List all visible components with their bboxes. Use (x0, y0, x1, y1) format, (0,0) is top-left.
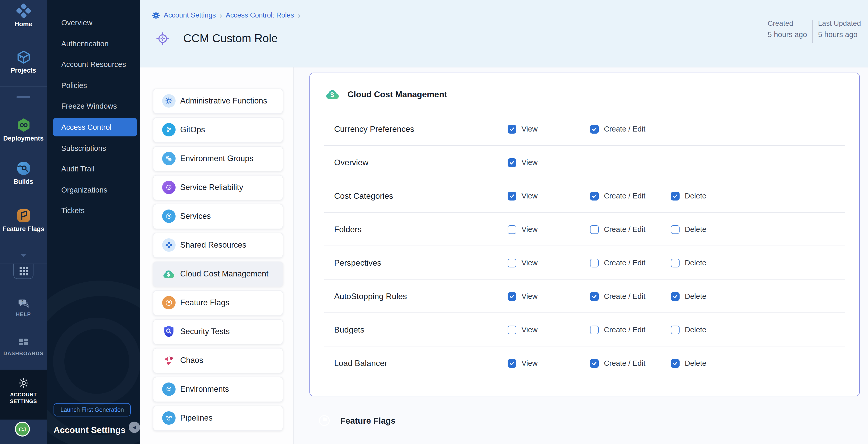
checkbox-checked-icon[interactable] (507, 158, 516, 167)
permission-checkbox-create-edit[interactable]: Create / Edit (590, 225, 645, 234)
checkbox-label: Delete (685, 192, 706, 200)
permission-checkbox-view[interactable]: View (507, 325, 537, 334)
ccm-cloud-icon: $ (162, 267, 176, 281)
sidebar-item-deployments[interactable]: Deployments (0, 117, 47, 142)
settings-nav-item-policies[interactable]: Policies (53, 76, 137, 95)
checkbox-checked-icon[interactable] (590, 125, 599, 133)
permission-row-folders: FoldersViewCreate / EditDelete (310, 213, 859, 246)
permission-checkbox-delete[interactable]: Delete (671, 325, 706, 334)
resource-category-shared-resources[interactable]: Shared Resources (153, 232, 283, 258)
settings-nav-item-authentication[interactable]: Authentication (53, 34, 137, 53)
breadcrumb-account-settings[interactable]: Account Settings (164, 11, 216, 19)
checkbox-label: Create / Edit (604, 225, 645, 233)
permission-checkbox-create-edit[interactable]: Create / Edit (590, 258, 645, 267)
permission-checkbox-delete[interactable]: Delete (671, 292, 706, 300)
settings-nav-item-overview[interactable]: Overview (53, 13, 137, 32)
settings-nav-item-access-control[interactable]: Access Control (53, 118, 137, 136)
permission-checkbox-create-edit[interactable]: Create / Edit (590, 359, 645, 368)
launch-first-generation-button[interactable]: Launch First Generation (54, 403, 131, 416)
permission-row-autostopping-rules: AutoStopping RulesViewCreate / EditDelet… (310, 280, 859, 313)
permission-checkbox-create-edit[interactable]: Create / Edit (590, 125, 645, 133)
checkbox-unchecked-icon[interactable] (671, 225, 680, 234)
settings-nav-item-organizations[interactable]: Organizations (53, 181, 137, 199)
resource-category-pipelines[interactable]: Pipelines (153, 405, 283, 431)
modules-chevron-down[interactable] (0, 251, 47, 260)
permission-checkbox-delete[interactable]: Delete (671, 258, 706, 267)
sidebar-collapse-handle[interactable]: ◀ (129, 422, 140, 433)
breadcrumb-access-control-roles[interactable]: Access Control: Roles (226, 11, 294, 19)
checkbox-checked-icon[interactable] (507, 191, 516, 200)
checkbox-checked-icon[interactable] (507, 359, 516, 368)
permission-checkbox-create-edit[interactable]: Create / Edit (590, 191, 645, 200)
breadcrumb: Account Settings › Access Control: Roles… (152, 11, 300, 20)
avatar[interactable]: CJ (15, 422, 30, 437)
permission-checkbox-delete[interactable]: Delete (671, 359, 706, 368)
checkbox-unchecked-icon[interactable] (590, 225, 599, 234)
settings-nav-item-audit-trail[interactable]: Audit Trail (53, 160, 137, 178)
permissions-section-title: Cloud Cost Management (347, 89, 447, 99)
permission-row-load-balancer: Load BalancerViewCreate / EditDelete (310, 346, 859, 380)
admin-functions-icon (165, 97, 173, 105)
permission-checkbox-create-edit[interactable]: Create / Edit (590, 292, 645, 300)
sidebar-item-home[interactable]: Home (0, 3, 47, 28)
settings-nav-item-account-resources[interactable]: Account Resources (53, 55, 137, 74)
checkbox-unchecked-icon[interactable] (671, 258, 680, 267)
next-section-title: Feature Flags (340, 416, 396, 425)
module-grid-icon (19, 267, 28, 275)
resource-category-gitops[interactable]: GitOps (153, 117, 283, 142)
chevron-down-icon (19, 251, 28, 260)
resource-category-administrative-functions[interactable]: Administrative Functions (153, 88, 283, 114)
checkbox-label: View (522, 259, 537, 267)
resource-category-feature-flags[interactable]: Feature Flags (153, 290, 283, 315)
resource-category-label: Services (180, 212, 211, 221)
resource-category-chaos[interactable]: Chaos (153, 348, 283, 373)
permission-checkbox-delete[interactable]: Delete (671, 191, 706, 200)
resource-category-environments[interactable]: Environments (153, 377, 283, 402)
permission-checkbox-delete[interactable]: Delete (671, 225, 706, 234)
permission-checkbox-view[interactable]: View (507, 359, 537, 368)
permission-checkbox-view[interactable]: View (507, 125, 537, 133)
checkbox-unchecked-icon[interactable] (671, 325, 680, 334)
permission-checkbox-view[interactable]: View (507, 158, 537, 167)
resource-category-service-reliability[interactable]: Service Reliability (153, 175, 283, 200)
checkbox-checked-icon[interactable] (590, 359, 599, 368)
pipelines-icon (162, 411, 176, 425)
sidebar-item-help[interactable]: ?HELP (0, 297, 47, 317)
permission-checkbox-view[interactable]: View (507, 292, 537, 300)
checkbox-checked-icon[interactable] (671, 292, 680, 300)
sidebar-item-account-settings[interactable]: ACCOUNT SETTINGS (0, 370, 47, 419)
permission-checkbox-view[interactable]: View (507, 258, 537, 267)
security-tests-icon (162, 325, 176, 338)
checkbox-unchecked-icon[interactable] (507, 325, 516, 334)
checkbox-checked-icon[interactable] (590, 191, 599, 200)
permission-checkbox-create-edit[interactable]: Create / Edit (590, 325, 645, 334)
checkbox-unchecked-icon[interactable] (507, 258, 516, 267)
checkbox-checked-icon[interactable] (507, 125, 516, 133)
resource-category-security-tests[interactable]: Security Tests (153, 319, 283, 344)
projects-icon (16, 50, 31, 65)
resource-category-cloud-cost-management[interactable]: $Cloud Cost Management (153, 261, 283, 286)
permission-checkbox-view[interactable]: View (507, 225, 537, 234)
svg-text:$: $ (167, 271, 170, 278)
checkbox-checked-icon[interactable] (671, 191, 680, 200)
module-grid-button[interactable] (13, 263, 33, 279)
checkbox-checked-icon[interactable] (590, 292, 599, 300)
feature-flags-circle-icon (165, 298, 173, 307)
checkbox-unchecked-icon[interactable] (590, 325, 599, 334)
checkbox-checked-icon[interactable] (671, 359, 680, 368)
settings-nav-item-subscriptions[interactable]: Subscriptions (53, 139, 137, 157)
settings-nav-item-freeze-windows[interactable]: Freeze Windows (53, 97, 137, 116)
sidebar-item-builds[interactable]: Builds (0, 161, 47, 185)
settings-nav-item-tickets[interactable]: Tickets (53, 201, 137, 220)
sidebar-item-dashboards[interactable]: DASHBOARDS (0, 337, 47, 356)
checkbox-unchecked-icon[interactable] (507, 225, 516, 234)
checkbox-checked-icon[interactable] (507, 292, 516, 300)
sidebar-item-feature-flags[interactable]: Feature Flags (0, 208, 47, 233)
sidebar-item-label: Builds (13, 178, 33, 185)
sidebar-item-projects[interactable]: Projects (0, 50, 47, 74)
permission-checkbox-view[interactable]: View (507, 191, 537, 200)
checkbox-unchecked-icon[interactable] (590, 258, 599, 267)
sidebar-item-label: ACCOUNT SETTINGS (5, 391, 42, 405)
resource-category-services[interactable]: Services (153, 203, 283, 229)
resource-category-environment-groups[interactable]: Environment Groups (153, 146, 283, 171)
